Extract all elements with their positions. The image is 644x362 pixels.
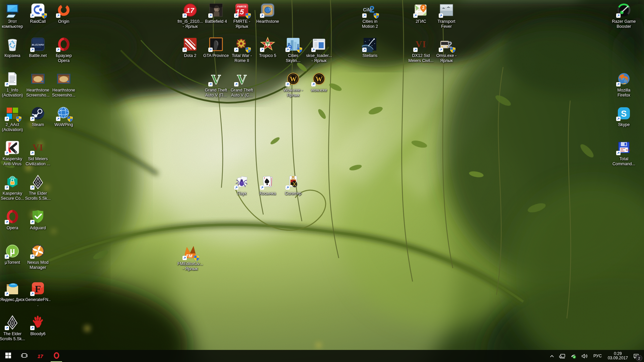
icon-label: DX12 Sid Meiers Civil... xyxy=(408,53,434,63)
uac-shield-icon xyxy=(450,47,455,53)
shortcut-arrow-icon xyxy=(208,48,213,52)
taskbar-clock[interactable]: 0:29 03.09.2017 xyxy=(606,352,630,361)
desktop-icon-hearthstone-screenshot-1[interactable]: Hearthstone Screensho... xyxy=(25,71,51,98)
desktop-icon-hearthstone[interactable]: Hearthstone xyxy=(255,2,281,24)
antivirus-tray-icon[interactable] xyxy=(569,350,578,362)
uac-shield-icon xyxy=(246,47,251,53)
clock-date: 03.09.2017 xyxy=(608,356,628,361)
desktop-icon-cities-skylines[interactable]: CCities Skylin... xyxy=(280,36,306,63)
utorrent-icon: µ xyxy=(4,243,20,259)
desktop-icon-recycle-bin[interactable]: Корзина xyxy=(0,36,25,58)
opera-browser-icon xyxy=(56,36,72,52)
taskbar-app-opera[interactable] xyxy=(48,350,64,362)
desktop-icon-this-pc[interactable]: Этот компьютер xyxy=(0,2,25,29)
desktop-icon-razer-game-booster[interactable]: Razer Game Booster xyxy=(611,2,637,29)
icon-label: Браузер Opera xyxy=(51,53,77,63)
desktop-icon-stellaris[interactable]: Stellaris xyxy=(357,36,383,58)
shortcut-arrow-icon xyxy=(439,48,443,52)
shortcut-arrow-icon xyxy=(413,13,418,18)
shortcut-arrow-icon xyxy=(208,13,213,18)
desktop-icon-civilization-vi[interactable]: VISid Meiers Civilization ... xyxy=(25,139,51,167)
desktop-icon-battlefield-4[interactable]: Battlefield 4 xyxy=(203,2,229,24)
desktop-icon-wowping[interactable]: WoWPing xyxy=(51,105,77,127)
desktop-icon-skse-loader-shortcut[interactable]: skse_loader... - Ярлык xyxy=(306,36,332,63)
desktop-icon-total-commander[interactable]: 64:Total Command... xyxy=(611,139,637,167)
shortcut-arrow-icon xyxy=(5,220,9,224)
desktop-icon-solitaire[interactable]: Солитер xyxy=(280,174,306,196)
desktop-icon-wow-exe[interactable]: Wwow.exe xyxy=(306,71,332,93)
desktop-icon-hearthstone-screenshot-2[interactable]: Hearthstone Screensho... xyxy=(51,71,77,98)
shortcut-arrow-icon xyxy=(413,48,418,52)
desktop-icon-yandex-disk[interactable]: Яндекс.Диск xyxy=(0,280,25,302)
elder-scrolls-skyrim-1-icon xyxy=(30,174,46,190)
cities-in-motion-2-icon: 2CiM xyxy=(362,2,378,18)
desktop-icon-skype[interactable]: SSkype xyxy=(611,105,637,127)
icon-label: Hearthstone xyxy=(255,19,281,24)
icon-label: Grand Theft Auto V (П... xyxy=(203,88,229,98)
shortcut-arrow-icon xyxy=(285,82,290,86)
desktop-icon-opera[interactable]: Opera xyxy=(0,208,25,231)
desktop-icon-gta-v-1[interactable]: VGrand Theft Auto V (П... xyxy=(203,71,229,98)
desktop-icon-spider-solitaire[interactable]: Паук xyxy=(229,174,255,196)
desktop-icon-elder-scrolls-skyrim-1[interactable]: The Elder Scrolls 5.Sk... xyxy=(25,174,51,201)
desktop-icon-aact-activation[interactable]: 2_AAct (Activation) xyxy=(0,105,25,132)
svg-text:2: 2 xyxy=(422,5,425,10)
taskbar-app-fm17[interactable]: 17 xyxy=(32,350,48,362)
desktop-icon-kaspersky-secure-connection[interactable]: Kaspersky Secure Co... xyxy=(0,174,25,201)
desktop-icon-mozilla-firefox[interactable]: Mozilla Firefox xyxy=(611,71,637,98)
shortcut-arrow-icon xyxy=(260,13,264,18)
desktop-icon-klondike[interactable]: Косынка xyxy=(255,174,281,196)
uac-shield-icon xyxy=(67,116,73,122)
volume-tray-icon[interactable] xyxy=(580,350,589,362)
start-button[interactable] xyxy=(0,350,16,362)
icon-label: Корзина xyxy=(0,53,25,58)
desktop-icon-2gis[interactable]: 22ГИС xyxy=(408,2,434,24)
shortcut-arrow-icon xyxy=(616,13,621,18)
desktop-icon-utorrent[interactable]: µµTorrent xyxy=(0,243,25,265)
desktop-icon-gta-province[interactable]: GTA Province xyxy=(203,36,229,58)
mozilla-firefox-icon xyxy=(616,71,632,87)
desktop-icon-steam[interactable]: Steam xyxy=(25,105,51,127)
shortcut-arrow-icon xyxy=(234,185,238,190)
language-indicator[interactable]: РУС xyxy=(591,350,604,362)
desktop-icon-fmrte-shortcut[interactable]: FMRTE15FMRTE - Ярлык xyxy=(229,2,255,29)
icon-label: Skype xyxy=(611,122,637,127)
network-tray-icon[interactable] xyxy=(557,350,567,362)
desktop-icon-fm-i5-shortcut[interactable]: 17fm_i5_2310... - Ярлык xyxy=(177,2,203,29)
icon-label: skse_loader... - Ярлык xyxy=(306,53,332,63)
desktop-icon-dx12-civilization[interactable]: VIDX12 Sid Meiers Civil... xyxy=(408,36,434,63)
shortcut-arrow-icon xyxy=(311,48,316,52)
desktop-icon-nexus-mod-manager[interactable]: Nexus Mod Manager xyxy=(25,243,51,270)
desktop-icon-total-war-rome-2[interactable]: Total War - Rome II xyxy=(229,36,255,63)
desktop-icon-info-activation[interactable]: 1_Info (Activation) xyxy=(0,71,25,98)
action-center-button[interactable]: 2 xyxy=(632,350,641,362)
icon-label: Adguard xyxy=(25,226,51,231)
desktop-icon-generate-fn[interactable]: FGenerateFN... xyxy=(25,280,51,307)
desktop-icon-cities-in-motion-2[interactable]: 2CiMCities in Motion 2 xyxy=(357,2,383,29)
desktop-icon-elder-scrolls-skyrim-2[interactable]: The Elder Scrolls 5.Sk... xyxy=(0,314,25,342)
icon-label: Omsi.exe - Ярлык xyxy=(433,53,460,63)
shortcut-arrow-icon xyxy=(30,151,35,155)
desktop-icon-dota-2[interactable]: Dota 2 xyxy=(177,36,203,58)
desktop-icon-tropico-5[interactable]: Tropico 5 xyxy=(255,36,281,58)
fm17-taskbar-icon: 17 xyxy=(38,353,43,359)
svg-text:W: W xyxy=(316,75,322,83)
desktop-icon-battle-net[interactable]: BLIZZARDBattle.net xyxy=(25,36,51,58)
icon-label: Косынка xyxy=(255,191,281,196)
desktop-icon-omsi-shortcut[interactable]: 2Omsi.exe - Ярлык xyxy=(433,36,460,63)
desktop-icon-kaspersky-antivirus[interactable]: Kaspersky Anti-Virus xyxy=(0,139,25,167)
desktop-icon-transport-fever[interactable]: Transport Fever xyxy=(433,2,460,29)
desktop-icon-gta-v-2[interactable]: VGrand Theft Auto V (C... xyxy=(229,71,255,98)
desktop-icon-raidcall[interactable]: RaidCall xyxy=(25,2,51,24)
task-view-button[interactable] xyxy=(16,350,32,362)
icon-label: Razer Game Booster xyxy=(611,19,637,29)
desktop-icon-opera-browser[interactable]: Браузер Opera xyxy=(51,36,77,63)
desktop-icon-fm-editor-shortcut[interactable]: FMFMEditorLiv... - Ярлык xyxy=(177,244,203,272)
desktop-icon-bloody6[interactable]: Bloody6 xyxy=(25,314,51,337)
tray-expand-chevron[interactable] xyxy=(548,350,556,362)
desktop-icon-wow-exe-shortcut[interactable]: WWow.exe - Ярлык xyxy=(280,71,306,98)
yandex-disk-icon xyxy=(4,280,20,296)
desktop-icon-origin[interactable]: Origin xyxy=(51,2,77,24)
desktop-icon-adguard[interactable]: Adguard xyxy=(25,208,51,231)
icon-label: 2ГИС xyxy=(408,19,434,24)
